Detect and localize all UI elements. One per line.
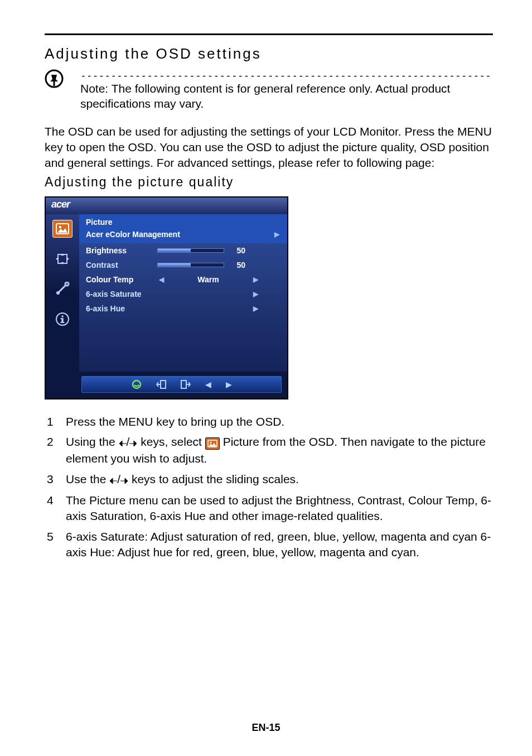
- right-arrow-icon: [120, 473, 128, 488]
- note-pin-icon: [45, 69, 64, 91]
- svg-rect-13: [161, 381, 166, 388]
- step-5: 5 6-axis Saturate: Adjust saturation of …: [45, 529, 493, 561]
- svg-rect-14: [181, 381, 186, 388]
- info-tab-icon[interactable]: [52, 310, 72, 328]
- osd-sidebar: [46, 214, 79, 372]
- brightness-slider[interactable]: [157, 248, 224, 253]
- hue-label: 6-axis Hue: [86, 304, 153, 313]
- note-block: ----------------------------------------…: [45, 69, 493, 112]
- osd-brand-text: acer: [46, 198, 75, 211]
- row-hue[interactable]: 6-axis Hue ▶: [79, 301, 287, 316]
- svg-point-16: [210, 441, 211, 443]
- contrast-fill: [158, 263, 191, 267]
- brightness-value: 50: [229, 246, 245, 255]
- row-saturate[interactable]: 6-axis Saturate ▶: [79, 287, 287, 301]
- top-divider: [45, 33, 493, 35]
- description-text: The OSD can be used for adjusting the se…: [45, 124, 493, 171]
- page-title: Adjusting the OSD settings: [45, 45, 493, 62]
- footer-right-icon[interactable]: ▶: [226, 380, 232, 389]
- chevron-right-icon[interactable]: ▶: [252, 290, 259, 298]
- picture-tab-icon[interactable]: [52, 220, 72, 238]
- footer-empower-icon[interactable]: [132, 379, 142, 389]
- page-number: EN-15: [0, 722, 532, 734]
- colourtemp-value: Warm: [170, 275, 247, 284]
- contrast-label: Contrast: [86, 261, 153, 269]
- contrast-value: 50: [229, 261, 245, 269]
- note-dashes: ----------------------------------------…: [80, 69, 493, 81]
- right-arrow-icon: [129, 435, 137, 451]
- section-subtitle: Adjusting the picture quality: [45, 175, 493, 190]
- brightness-fill: [158, 249, 191, 252]
- left-arrow-icon: [119, 435, 127, 451]
- osd-panel: Picture Acer eColor Management ▶ Brightn…: [79, 214, 287, 372]
- picture-inline-icon: [205, 437, 220, 450]
- svg-point-8: [61, 315, 64, 317]
- osd-brandbar: acer: [46, 198, 287, 214]
- step-4: 4 The Picture menu can be used to adjust…: [45, 493, 493, 524]
- svg-point-12: [133, 381, 141, 388]
- svg-point-3: [59, 225, 62, 228]
- svg-point-6: [56, 291, 60, 295]
- chevron-right-icon: ▶: [273, 230, 280, 238]
- chevron-left-icon[interactable]: ◀: [157, 276, 165, 283]
- row-contrast[interactable]: Contrast 50: [79, 258, 287, 272]
- footer-exit-icon[interactable]: [156, 380, 166, 389]
- svg-rect-10: [61, 322, 65, 323]
- osd-window: acer: [45, 196, 288, 399]
- brightness-label: Brightness: [86, 246, 153, 255]
- panel-title: Picture: [79, 214, 287, 228]
- chevron-right-icon[interactable]: ▶: [252, 276, 259, 283]
- svg-rect-4: [58, 254, 67, 263]
- panel-subtitle-row[interactable]: Acer eColor Management ▶: [79, 228, 287, 243]
- saturate-label: 6-axis Saturate: [86, 290, 153, 298]
- instructions-list: 1 Press the MENU key to bring up the OSD…: [45, 414, 493, 561]
- footer-enter-icon[interactable]: [181, 380, 191, 389]
- step-3: 3 Use the / keys to adjust the sliding s…: [45, 471, 493, 488]
- colourtemp-label: Colour Temp: [86, 275, 153, 284]
- left-arrow-icon: [109, 473, 117, 488]
- osd-footer: ◀ ▶: [81, 376, 282, 393]
- contrast-slider[interactable]: [157, 263, 224, 267]
- row-brightness[interactable]: Brightness 50: [79, 243, 287, 258]
- chevron-right-icon[interactable]: ▶: [252, 305, 259, 312]
- svg-rect-11: [61, 318, 63, 319]
- position-tab-icon[interactable]: [52, 250, 72, 268]
- footer-left-icon[interactable]: ◀: [205, 380, 211, 389]
- row-colourtemp[interactable]: Colour Temp ◀ Warm ▶: [79, 272, 287, 287]
- note-text: Note: The following content is for gener…: [80, 81, 493, 112]
- panel-subtitle: Acer eColor Management: [86, 230, 180, 239]
- settings-tab-icon[interactable]: [52, 280, 72, 298]
- step-2: 2 Using the / keys, select Picture from …: [45, 434, 493, 467]
- step-1: 1 Press the MENU key to bring up the OSD…: [45, 414, 493, 430]
